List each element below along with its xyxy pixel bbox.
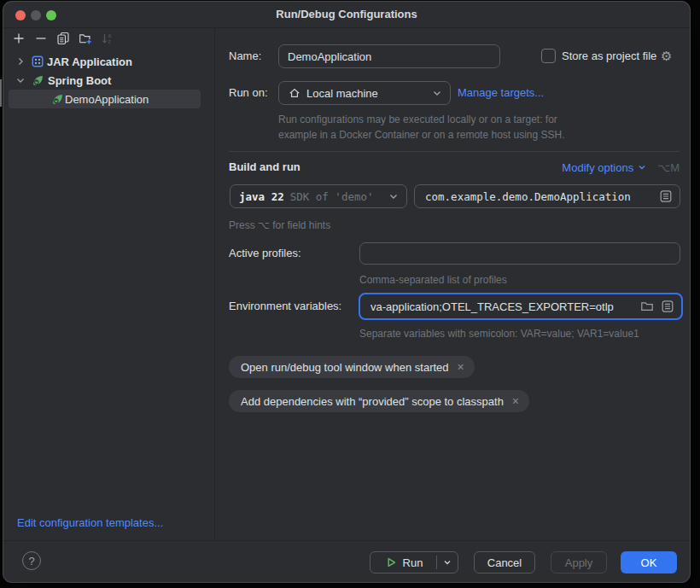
new-folder-button[interactable] [79,32,92,45]
chip-open-run-debug-tool-window: Open run/debug tool window when started … [229,356,475,378]
close-icon[interactable]: × [512,395,519,407]
active-profiles-label: Active profiles: [229,242,301,265]
chevron-down-icon[interactable] [15,75,26,85]
plus-icon [12,32,26,45]
build-and-run-title: Build and run [229,158,300,177]
new-folder-icon [79,32,92,45]
run-button[interactable]: Run [370,552,436,573]
main-class-value: com.example.demo.DemoApplication [425,190,631,203]
run-button-label: Run [403,556,423,569]
jdk-select[interactable]: java 22 SDK of 'demo' [230,184,407,208]
spring-boot-icon [51,93,64,106]
edit-configuration-templates-link[interactable]: Edit configuration templates... [17,515,163,531]
close-icon[interactable]: × [458,361,464,373]
tree-item-demo-application[interactable]: DemoApplication [3,90,214,108]
field-hints-text: Press ⌥ for field hints [229,218,330,232]
minus-icon [34,32,48,45]
chip-label: Add dependencies with “provided” scope t… [241,395,504,408]
jdk-detail: SDK of 'demo' [290,190,374,203]
svg-text:a: a [108,32,112,38]
remove-configuration-button[interactable] [34,32,48,45]
environment-variables-input[interactable] [359,293,683,320]
ok-button[interactable]: OK [621,551,677,573]
copy-configuration-button[interactable] [56,32,70,45]
tree-item-spring-boot[interactable]: Spring Boot [3,71,214,90]
store-as-project-file-checkbox[interactable] [541,49,556,63]
tree-item-jar-application[interactable]: JAR Application [3,52,214,71]
main-class-field[interactable]: com.example.demo.DemoApplication [414,184,680,208]
title-bar: Run/Debug Configurations [3,2,690,28]
configurations-sidebar: a z JAR Application [3,28,215,539]
home-icon [288,86,301,100]
dialog-footer: ? Run Cancel Apply OK [3,540,690,583]
help-button[interactable]: ? [22,551,41,570]
list-icon[interactable] [661,300,674,313]
run-on-label: Run on: [229,81,268,105]
sort-configurations-button[interactable]: a z [101,32,114,45]
chip-label: Open run/debug tool window when started [241,361,449,374]
modify-options-link[interactable]: Modify options [562,161,633,174]
run-debug-configurations-dialog: Run/Debug Configurations [3,2,690,582]
jar-application-icon [32,55,44,67]
tree-item-label: Spring Boot [48,74,111,87]
run-options-button[interactable] [437,552,458,573]
add-configuration-button[interactable] [12,32,26,45]
environment-variables-label: Environment variables: [229,293,341,320]
chevron-down-icon [388,190,400,202]
apply-button[interactable]: Apply [551,551,607,573]
chip-add-provided-dependencies: Add dependencies with “provided” scope t… [229,390,529,412]
chevron-down-icon[interactable] [637,162,647,172]
name-input[interactable] [278,44,500,68]
store-settings-gear-icon[interactable]: ⚙ [661,49,700,62]
cancel-button[interactable]: Cancel [474,551,535,573]
jdk-version: java 22 [239,190,284,203]
run-split-button: Run [370,551,458,573]
chevron-down-icon [431,87,443,99]
store-as-project-file-label[interactable]: Store as project file [562,44,656,68]
modify-options-row: Modify options ⌥M [562,158,680,177]
configuration-form: Name: Store as project file ⚙ Run on: Lo… [219,29,690,539]
spring-boot-icon [32,74,44,87]
section-divider [229,151,680,152]
environment-variables-hint: Separate variables with semicolon: VAR=v… [359,327,639,341]
chevron-right-icon[interactable] [15,56,26,67]
run-play-icon [384,556,398,569]
name-label: Name: [229,44,261,68]
sort-alphabetically-icon: a z [101,32,114,45]
manage-targets-link[interactable]: Manage targets... [458,81,544,105]
folder-icon[interactable] [640,300,654,313]
active-profiles-hint: Comma-separated list of profiles [359,273,507,287]
active-profiles-input[interactable] [359,242,680,265]
run-on-value: Local machine [306,87,378,100]
list-icon[interactable] [659,189,673,203]
run-on-select[interactable]: Local machine [278,81,451,105]
chevron-down-icon [442,557,452,568]
environment-variables-field [359,293,683,320]
copy-icon [56,32,70,45]
svg-text:z: z [108,38,111,44]
run-on-hint: Run configurations may be executed local… [278,112,565,143]
background-artifact [0,79,2,107]
dialog-title: Run/Debug Configurations [3,2,690,27]
modify-options-shortcut: ⌥M [657,161,680,174]
tree-item-label: JAR Application [47,55,132,68]
tree-item-label: DemoApplication [65,93,149,106]
